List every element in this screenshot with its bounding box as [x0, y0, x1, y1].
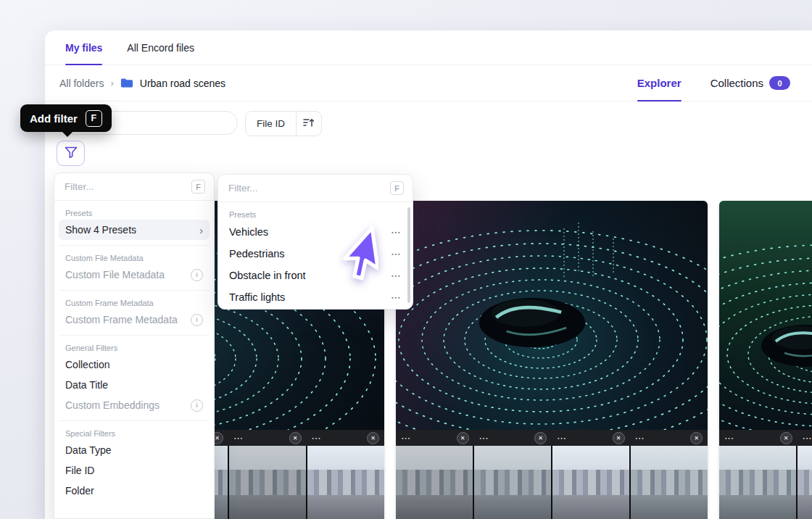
tab-all-encord-files[interactable]: All Encord files: [127, 30, 194, 65]
preset-item-pedestrians[interactable]: Pedestrians ⋯: [223, 243, 408, 265]
street-frame-thumbnail[interactable]: [229, 446, 306, 519]
remove-frame-button[interactable]: ✕: [457, 432, 469, 444]
preset-options-icon[interactable]: ⋯: [391, 292, 402, 302]
menu-item-data-type[interactable]: Data Type: [59, 440, 210, 460]
frame-options-button[interactable]: ⋯: [312, 433, 322, 443]
menu-item-label: Custom File Metadata: [65, 269, 165, 281]
frame-options-button[interactable]: ⋯: [724, 433, 734, 443]
filter-menu: F Presets Show 4 Presets › Custom File M…: [54, 173, 215, 519]
menu-item-data-title[interactable]: Data Title: [59, 375, 210, 395]
frame-options-button[interactable]: ⋯: [557, 433, 567, 443]
filter-menu-body: Presets Show 4 Presets › Custom File Met…: [54, 201, 214, 506]
view-switch: Explorer Collections 0: [637, 65, 790, 101]
breadcrumb-all-folders[interactable]: All folders: [59, 78, 104, 89]
frame-controls: ⋯✕: [630, 430, 708, 446]
breadcrumb-separator: ›: [110, 78, 113, 88]
remove-frame-button[interactable]: ✕: [780, 432, 792, 444]
data-card[interactable]: ⋯✕ ⋯✕ ⋯✕ ⋯✕: [719, 201, 812, 519]
preset-options-icon[interactable]: ⋯: [391, 249, 402, 259]
menu-item-label: Custom Embeddings: [65, 399, 160, 411]
menu-item-label: Data Type: [65, 444, 112, 456]
tooltip-label: Add filter: [30, 112, 78, 125]
folder-icon: [120, 78, 133, 88]
presets-submenu: F Presets Vehicles ⋯ Pedestrians ⋯ Obsta…: [218, 174, 413, 310]
breadcrumb: All folders › Urban road scenes: [59, 78, 225, 89]
menu-item-label: File ID: [65, 465, 94, 476]
menu-section-heading: General Filters: [59, 341, 210, 354]
search-field-group: File ID: [245, 111, 322, 136]
menu-item-collection[interactable]: Collection: [59, 354, 210, 375]
preset-label: Pedestrians: [229, 248, 285, 260]
frame-controls: ⋯✕: [396, 430, 474, 446]
menu-item-label: Collection: [65, 359, 109, 370]
tab-explorer-label: Explorer: [637, 77, 682, 89]
sort-button[interactable]: [296, 112, 321, 136]
chevron-right-icon: ›: [199, 225, 203, 236]
menu-item-custom-frame-metadata[interactable]: Custom Frame Metadata i: [59, 310, 210, 330]
menu-item-show-presets[interactable]: Show 4 Presets ›: [59, 220, 210, 240]
preset-label: Obstacle in front: [229, 270, 306, 281]
preset-options-icon[interactable]: ⋯: [391, 270, 402, 281]
remove-frame-button[interactable]: ✕: [534, 432, 547, 444]
shortcut-key-badge: F: [390, 181, 404, 195]
lidar-pointcloud-thumbnail[interactable]: [396, 201, 708, 430]
street-frame-thumbnail[interactable]: [396, 446, 473, 519]
frame-controls: ⋯✕: [228, 430, 307, 446]
street-frame-thumbnail[interactable]: [552, 446, 629, 519]
presets-menu-body: Presets Vehicles ⋯ Pedestrians ⋯ Obstacl…: [218, 202, 413, 313]
tab-collections[interactable]: Collections 0: [710, 65, 790, 101]
breadcrumb-row: All folders › Urban road scenes Explorer…: [45, 65, 812, 101]
frame-controls: ⋯✕: [798, 430, 812, 446]
filter-menu-search-input[interactable]: [63, 180, 186, 193]
menu-item-folder[interactable]: Folder: [59, 481, 210, 501]
menu-item-custom-file-metadata[interactable]: Custom File Metadata i: [59, 265, 210, 285]
frame-options-button[interactable]: ⋯: [401, 433, 411, 443]
collections-count-badge: 0: [769, 76, 790, 90]
menu-divider: [59, 335, 210, 336]
submenu-scrollbar[interactable]: [407, 207, 410, 303]
frame-options-button[interactable]: ⋯: [803, 433, 812, 443]
remove-frame-button[interactable]: ✕: [367, 432, 379, 444]
menu-item-label: Data Title: [65, 379, 108, 391]
frame-options-button[interactable]: ⋯: [233, 433, 244, 443]
menu-section-heading: Presets: [59, 206, 210, 220]
menu-item-custom-embeddings[interactable]: Custom Embeddings i: [59, 395, 210, 415]
info-icon: i: [191, 314, 203, 326]
preset-label: Vehicles: [229, 226, 268, 238]
street-frame-thumbnail[interactable]: [474, 446, 551, 519]
menu-item-file-id[interactable]: File ID: [59, 460, 210, 481]
tab-collections-label: Collections: [710, 77, 763, 89]
tab-my-files[interactable]: My files: [65, 30, 102, 65]
presets-search-row: F: [218, 175, 413, 202]
street-frame-thumbnail[interactable]: [307, 446, 384, 519]
filter-funnel-icon: [65, 146, 78, 160]
remove-frame-button[interactable]: ✕: [289, 432, 302, 444]
lidar-pointcloud-thumbnail[interactable]: [719, 201, 812, 430]
menu-section-heading: Presets: [223, 207, 408, 221]
menu-section-heading: Special Filters: [59, 426, 210, 440]
preset-item-traffic-lights[interactable]: Traffic lights ⋯: [223, 286, 408, 308]
menu-section-heading: Custom Frame Metadata: [59, 296, 210, 310]
preset-options-icon[interactable]: ⋯: [391, 227, 402, 237]
menu-item-label: Folder: [65, 485, 94, 497]
street-frame-thumbnail[interactable]: [798, 446, 812, 519]
add-filter-button[interactable]: [57, 141, 85, 166]
file-id-field-button[interactable]: File ID: [246, 112, 296, 136]
toolbar: File ID: [62, 111, 812, 136]
frame-controls-bar: ⋯✕ ⋯✕ ⋯✕ ⋯✕: [719, 430, 812, 446]
street-frame-thumbnail[interactable]: [631, 446, 708, 519]
camera-frame-strip: [719, 446, 812, 519]
frame-options-button[interactable]: ⋯: [479, 433, 489, 443]
remove-frame-button[interactable]: ✕: [613, 432, 625, 444]
frame-controls: ⋯✕: [474, 430, 552, 446]
street-frame-thumbnail[interactable]: [719, 446, 796, 519]
preset-item-vehicles[interactable]: Vehicles ⋯: [223, 221, 408, 243]
breadcrumb-current-folder: Urban road scenes: [140, 78, 225, 89]
presets-search-input[interactable]: [227, 182, 384, 194]
tab-explorer[interactable]: Explorer: [637, 65, 682, 101]
frame-options-button[interactable]: ⋯: [635, 433, 645, 443]
data-card[interactable]: ⋯✕ ⋯✕ ⋯✕ ⋯✕: [396, 201, 708, 519]
preset-item-obstacle-in-front[interactable]: Obstacle in front ⋯: [223, 265, 408, 286]
remove-frame-button[interactable]: ✕: [690, 432, 703, 444]
info-icon: i: [191, 269, 203, 281]
